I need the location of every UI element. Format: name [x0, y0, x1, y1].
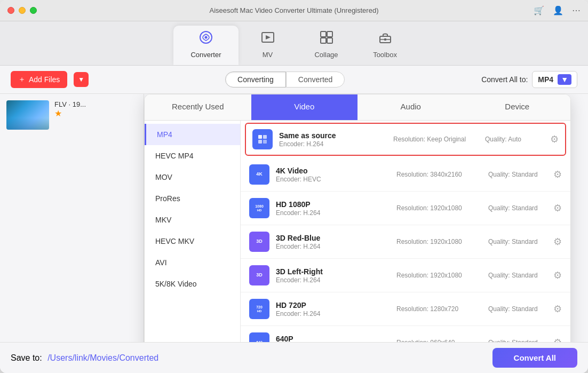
main-content: FLV · 19... ★ Recently Used Video Audio …: [0, 94, 588, 342]
gear-icon-same-as-source[interactable]: ⚙: [550, 133, 559, 145]
svg-rect-12: [263, 135, 267, 139]
file-panel: FLV · 19... ★: [0, 94, 144, 342]
gear-icon-4k[interactable]: ⚙: [553, 169, 562, 180]
user-icon[interactable]: 👤: [553, 5, 563, 15]
option-icon-same-as-source: [252, 129, 273, 149]
option-icon-4k: 4K: [249, 164, 269, 185]
option-resolution-same-as-source: Resolution: Keep Original: [393, 136, 479, 143]
add-files-dropdown-button[interactable]: ▼: [74, 72, 89, 87]
format-item-hevc-mkv[interactable]: HEVC MKV: [145, 231, 240, 252]
star-icon: ★: [54, 108, 137, 118]
svg-rect-9: [384, 38, 386, 41]
format-dropdown-panel: Recently Used Video Audio Device MP4: [144, 94, 571, 342]
format-item-avi[interactable]: AVI: [145, 252, 240, 273]
option-quality-same-as-source: Quality: Auto: [485, 136, 544, 143]
convert-all-label: Convert All to:: [481, 75, 528, 84]
add-files-label: Add Files: [29, 75, 60, 84]
minimize-button[interactable]: [19, 7, 26, 14]
gear-icon-3d-lr[interactable]: ⚙: [553, 269, 562, 281]
option-info-1080p: HD 1080P Encoder: H.264: [276, 200, 390, 217]
tab-audio[interactable]: Audio: [357, 94, 464, 120]
title-bar-actions: 🛒 👤 ⋯: [534, 5, 581, 15]
file-thumbnail: [6, 100, 49, 130]
gear-icon-3d-rb[interactable]: ⚙: [553, 236, 562, 248]
save-to-label: Save to:: [11, 353, 42, 362]
tab-toolbox[interactable]: Toolbox: [356, 26, 415, 65]
convert-all-button[interactable]: Convert All: [492, 348, 577, 368]
toolbar: ＋ Add Files ▼ Converting Converted Conve…: [0, 66, 588, 94]
overlay-body: MP4 HEVC MP4 MOV ProRes MKV HEVC MKV AVI…: [145, 121, 570, 342]
svg-rect-10: [258, 135, 262, 139]
option-info-4k: 4K Video Encoder: HEVC: [276, 166, 390, 183]
svg-rect-13: [263, 140, 267, 144]
maximize-button[interactable]: [30, 7, 37, 14]
dropdown-arrow-icon: ▼: [558, 74, 571, 85]
mv-label: MV: [263, 51, 273, 59]
gear-icon-1080p[interactable]: ⚙: [553, 202, 562, 214]
format-list: MP4 HEVC MP4 MOV ProRes MKV HEVC MKV AVI…: [145, 121, 240, 342]
collage-icon: [319, 30, 334, 49]
close-button[interactable]: [7, 7, 14, 14]
traffic-lights: [7, 7, 37, 14]
cart-icon[interactable]: 🛒: [534, 5, 544, 15]
menu-icon[interactable]: ⋯: [572, 5, 581, 15]
option-4k-video[interactable]: 4K 4K Video Encoder: HEVC Resolution: 38…: [241, 158, 570, 192]
option-640p[interactable]: 640 640P Encoder: H.264 Resolution: 960x…: [241, 326, 570, 342]
tab-converting[interactable]: Converting: [225, 72, 286, 88]
option-3d-left-right[interactable]: 3D 3D Left-Right Encoder: H.264 Resoluti…: [241, 259, 570, 292]
converter-label: Converter: [190, 51, 221, 59]
format-item-mkv[interactable]: MKV: [145, 209, 240, 231]
format-item-mov[interactable]: MOV: [145, 166, 240, 188]
option-info-720p: HD 720P Encoder: H.264: [276, 301, 390, 318]
collage-label: Collage: [314, 51, 338, 59]
convert-all-section: Convert All to: MP4 ▼: [481, 71, 577, 88]
format-item-mp4[interactable]: MP4: [145, 124, 240, 145]
sub-tabs: Converting Converted: [95, 72, 475, 88]
option-info-same-as-source: Same as source Encoder: H.264: [279, 131, 387, 148]
option-same-as-source[interactable]: Same as source Encoder: H.264 Resolution…: [245, 123, 566, 156]
window-title: Aiseesoft Mac Video Converter Ultimate (…: [210, 6, 379, 14]
option-encoder-same-as-source: Encoder: H.264: [279, 140, 387, 148]
tab-collage[interactable]: Collage: [297, 26, 356, 65]
tab-mv[interactable]: MV: [239, 26, 297, 65]
plus-icon: ＋: [18, 75, 26, 84]
save-path: /Users/link/Movies/Converted: [47, 353, 158, 362]
format-item-prores[interactable]: ProRes: [145, 188, 240, 209]
option-icon-3d-rb: 3D: [249, 232, 269, 252]
bottom-bar: Save to: /Users/link/Movies/Converted Co…: [0, 342, 588, 373]
tab-video[interactable]: Video: [251, 94, 358, 120]
option-info-3d-rb: 3D Red-Blue Encoder: H.264: [276, 234, 390, 250]
format-selector[interactable]: MP4 ▼: [532, 71, 577, 88]
tab-converted[interactable]: Converted: [286, 72, 345, 88]
add-files-button[interactable]: ＋ Add Files: [11, 71, 67, 88]
option-icon-1080p: 1080 HD: [249, 198, 269, 218]
toolbox-label: Toolbox: [373, 51, 397, 59]
tab-device[interactable]: Device: [464, 94, 571, 120]
selected-format: MP4: [538, 75, 553, 84]
tab-converter[interactable]: Converter: [173, 26, 238, 65]
svg-rect-4: [327, 31, 332, 37]
option-name-same-as-source: Same as source: [279, 131, 387, 140]
format-item-hevc-mp4[interactable]: HEVC MP4: [145, 145, 240, 166]
gear-icon-640p[interactable]: ⚙: [553, 337, 562, 342]
converter-icon: [198, 30, 213, 49]
toolbox-icon: [378, 30, 393, 49]
tab-recently-used[interactable]: Recently Used: [145, 94, 251, 120]
option-3d-red-blue[interactable]: 3D 3D Red-Blue Encoder: H.264 Resolution…: [241, 225, 570, 259]
option-info-640p: 640P Encoder: H.264: [276, 335, 390, 343]
option-icon-720p: 720 HD: [249, 299, 269, 319]
svg-rect-6: [327, 38, 332, 43]
option-hd-1080p[interactable]: 1080 HD HD 1080P Encoder: H.264 Resoluti…: [241, 192, 570, 225]
format-list-wrapper: MP4 HEVC MP4 MOV ProRes MKV HEVC MKV AVI…: [145, 121, 241, 342]
title-bar: Aiseesoft Mac Video Converter Ultimate (…: [0, 0, 588, 21]
format-options-list: Same as source Encoder: H.264 Resolution…: [241, 121, 570, 342]
option-icon-3d-lr: 3D: [249, 265, 269, 285]
svg-rect-5: [321, 38, 326, 43]
format-item-5k8k[interactable]: 5K/8K Video: [145, 273, 240, 295]
svg-point-1: [204, 36, 207, 39]
option-hd-720p[interactable]: 720 HD HD 720P Encoder: H.264 Resolution…: [241, 292, 570, 326]
file-info: FLV · 19... ★: [54, 100, 137, 118]
gear-icon-720p[interactable]: ⚙: [553, 303, 562, 315]
save-to-section: Save to: /Users/link/Movies/Converted: [11, 353, 158, 363]
file-name: FLV · 19...: [54, 100, 137, 108]
